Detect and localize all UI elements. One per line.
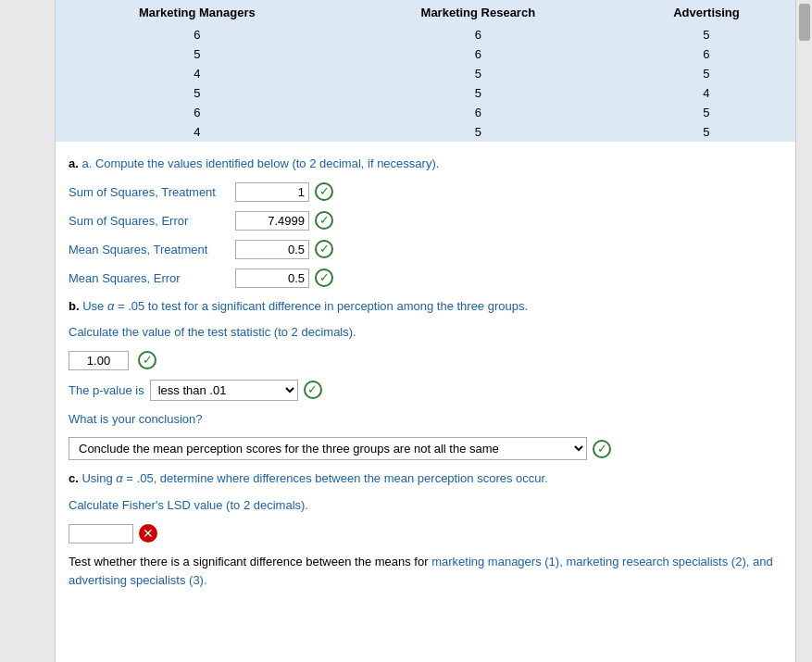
- conclusion-row: Conclude the mean perception scores for …: [69, 437, 782, 460]
- form-input[interactable]: [235, 269, 309, 288]
- lsd-row: ✕: [69, 524, 782, 543]
- test-statistic-row: 1.00 ✓: [69, 351, 782, 370]
- pvalue-select[interactable]: less than .01between .01 and .025between…: [150, 380, 298, 401]
- col-header-marketing-managers: Marketing Managers: [56, 0, 339, 25]
- table-cell: 5: [618, 122, 795, 142]
- form-label: Mean Squares, Treatment: [69, 243, 235, 256]
- final-note-black: Test whether there is a significant diff…: [69, 555, 431, 568]
- table-cell: 5: [339, 122, 618, 142]
- col-header-marketing-research: Marketing Research: [339, 0, 618, 25]
- table-cell: 6: [339, 25, 618, 44]
- table-cell: 5: [618, 64, 795, 83]
- conclusion-prompt-text: What is your conclusion?: [69, 412, 203, 426]
- form-input[interactable]: [235, 182, 309, 202]
- final-note: Test whether there is a significant diff…: [69, 553, 782, 592]
- lsd-error-icon: ✕: [139, 524, 157, 543]
- section-b-text1: Use α = .05 to test for a significant di…: [82, 299, 528, 313]
- form-row: Sum of Squares, Treatment✓: [69, 182, 782, 202]
- content-area: a. a. Compute the values identified belo…: [56, 155, 795, 591]
- section-a-instruction: a. a. Compute the values identified belo…: [69, 155, 782, 173]
- right-scrollbar: [795, 0, 812, 662]
- table-cell: 6: [339, 44, 618, 64]
- section-c-text2: Calculate Fisher's LSD value (to 2 decim…: [69, 498, 308, 512]
- section-a-label: a.: [69, 156, 79, 170]
- col-header-advertising: Advertising: [618, 0, 795, 25]
- section-b-bold-b: b.: [69, 299, 80, 313]
- conclusion-check-icon: ✓: [593, 440, 611, 458]
- check-icon: ✓: [315, 182, 333, 201]
- section-b-line1: b. Use α = .05 to test for a significant…: [69, 297, 782, 317]
- table-cell: 5: [56, 83, 339, 103]
- table-cell: 5: [618, 103, 795, 122]
- pvalue-label: The p-value is: [69, 383, 144, 397]
- section-c-text1: Using α = .05, determine where differenc…: [81, 471, 547, 485]
- form-label: Sum of Squares, Error: [69, 214, 235, 228]
- table-cell: 4: [56, 122, 339, 142]
- form-row: Mean Squares, Treatment✓: [69, 240, 782, 259]
- form-input[interactable]: [235, 211, 309, 231]
- test-statistic-check-icon: ✓: [138, 351, 156, 369]
- check-icon: ✓: [315, 269, 333, 287]
- conclusion-select[interactable]: Conclude the mean perception scores for …: [69, 437, 587, 460]
- section-b-text2: Calculate the value of the test statisti…: [69, 325, 356, 339]
- left-sidebar: [0, 0, 56, 662]
- table-cell: 5: [339, 83, 618, 103]
- table-cell: 5: [339, 64, 618, 83]
- data-table: Marketing Managers Marketing Research Ad…: [56, 0, 795, 142]
- pvalue-check-icon: ✓: [304, 381, 322, 399]
- check-icon: ✓: [315, 240, 333, 258]
- conclusion-prompt: What is your conclusion?: [69, 410, 782, 429]
- table-cell: 5: [56, 44, 339, 64]
- section-c-bold-c: c.: [69, 471, 79, 485]
- test-statistic-value: 1.00: [69, 351, 129, 370]
- section-a-text: a. Compute the values identified below (…: [81, 156, 439, 170]
- table-cell: 4: [56, 64, 339, 83]
- scrollbar-thumb[interactable]: [799, 4, 810, 41]
- table-cell: 5: [618, 25, 795, 44]
- section-c-line2: Calculate Fisher's LSD value (to 2 decim…: [69, 496, 782, 515]
- form-row: Sum of Squares, Error✓: [69, 211, 782, 231]
- table-cell: 6: [618, 44, 795, 64]
- form-row: Mean Squares, Error✓: [69, 269, 782, 288]
- main-content: Marketing Managers Marketing Research Ad…: [56, 0, 795, 662]
- table-cell: 6: [56, 25, 339, 44]
- section-b-line2: Calculate the value of the test statisti…: [69, 323, 782, 342]
- pvalue-row: The p-value is less than .01between .01 …: [69, 380, 782, 401]
- lsd-input[interactable]: [69, 524, 133, 543]
- page-container: Marketing Managers Marketing Research Ad…: [0, 0, 812, 662]
- check-icon: ✓: [315, 211, 333, 230]
- form-label: Mean Squares, Error: [69, 271, 235, 285]
- table-cell: 6: [56, 103, 339, 122]
- section-c-line1: c. Using α = .05, determine where differ…: [69, 469, 782, 489]
- form-input[interactable]: [235, 240, 309, 259]
- table-cell: 6: [339, 103, 618, 122]
- form-label: Sum of Squares, Treatment: [69, 185, 235, 199]
- table-cell: 4: [618, 83, 795, 103]
